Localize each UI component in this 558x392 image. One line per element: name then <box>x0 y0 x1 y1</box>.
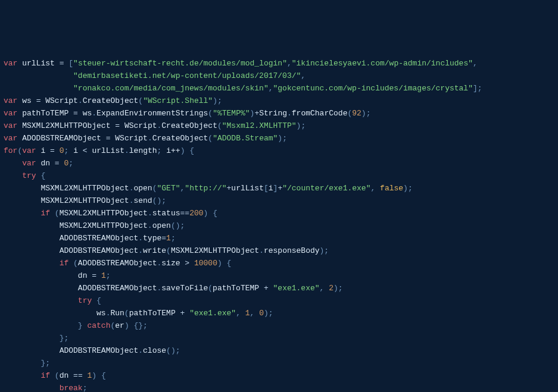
code-block: var urlList = ["steuer-wirtschaft-recht.… <box>4 57 554 392</box>
